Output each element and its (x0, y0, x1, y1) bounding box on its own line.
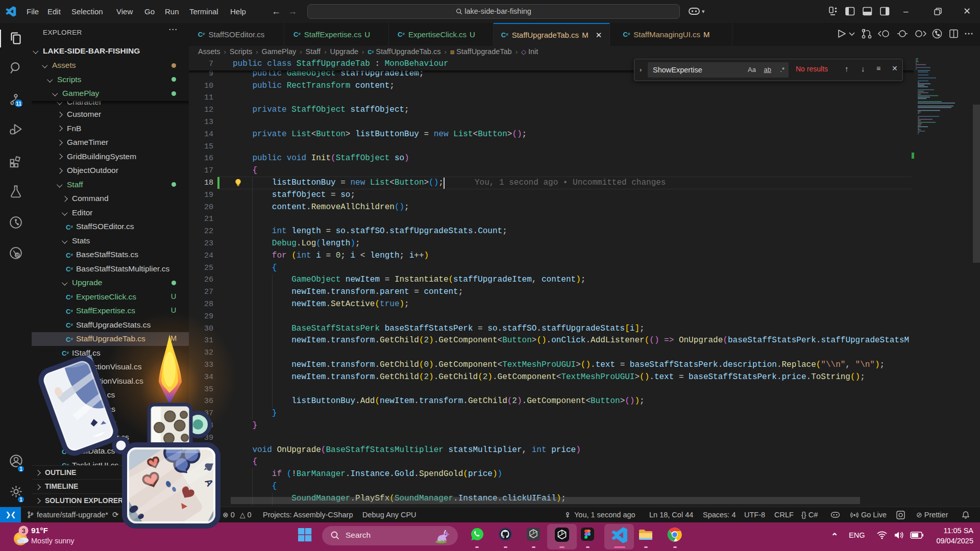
svg-text:3: 3 (21, 527, 25, 535)
